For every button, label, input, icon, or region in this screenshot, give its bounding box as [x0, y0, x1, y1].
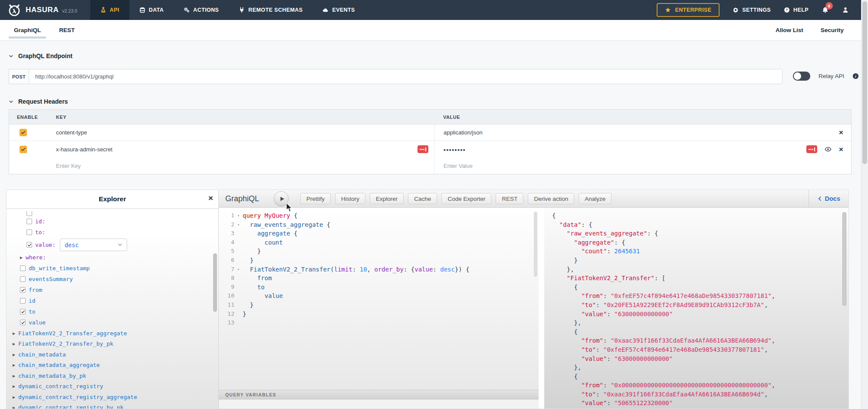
- explorer-item-value[interactable]: value:desc: [7, 238, 212, 252]
- cache-button[interactable]: Cache: [408, 193, 437, 204]
- nav-item-api[interactable]: API: [90, 0, 129, 20]
- fold-arrow-icon[interactable]: ▾: [234, 265, 243, 274]
- help-button[interactable]: ? HELP: [784, 7, 809, 13]
- checkbox-icon[interactable]: [26, 242, 32, 248]
- rest-button[interactable]: REST: [496, 193, 523, 204]
- fold-arrow-icon[interactable]: ▾: [234, 211, 243, 220]
- navbar-right: ENTERPRISE SETTINGS ? HELP 8: [657, 3, 861, 17]
- notifications-button[interactable]: 8: [822, 7, 829, 14]
- relay-api-toggle[interactable]: [793, 72, 810, 81]
- expand-arrow-icon[interactable]: ▶: [13, 395, 15, 399]
- explorer-item-id[interactable]: id: [7, 295, 212, 306]
- expand-arrow-icon[interactable]: ▶: [13, 341, 15, 346]
- header-value-masked[interactable]: ••••••••: [444, 147, 466, 154]
- header-value[interactable]: application/json: [444, 129, 483, 136]
- checkbox-icon[interactable]: [20, 287, 26, 293]
- page-scrollbar[interactable]: [861, 0, 868, 409]
- header-enabled-checkbox[interactable]: [20, 129, 27, 136]
- nav-item-data[interactable]: DATA: [129, 0, 174, 20]
- explorer-item-db_write_timestamp[interactable]: db_write_timestamp: [7, 263, 212, 274]
- tab-graphiql[interactable]: GraphiQL: [11, 20, 43, 40]
- nav-item-actions[interactable]: ACTIONS: [174, 0, 229, 20]
- remove-header-icon[interactable]: ×: [839, 146, 843, 153]
- explorer-item-FiatTokenV2_2_Transfer_by_pk[interactable]: ▶FiatTokenV2_2_Transfer_by_pk: [7, 339, 212, 350]
- header-key[interactable]: content-type: [56, 129, 87, 136]
- docs-toggle[interactable]: Docs: [809, 190, 848, 207]
- prettify-button[interactable]: Prettify: [300, 193, 331, 204]
- tab-security[interactable]: Security: [821, 27, 844, 33]
- code-exporter-button[interactable]: Code Exporter: [441, 193, 491, 204]
- checkbox-icon[interactable]: [20, 309, 26, 314]
- endpoint-url-input[interactable]: [29, 69, 783, 84]
- expand-arrow-icon[interactable]: ▶: [13, 352, 15, 357]
- fold-arrow-icon: [234, 310, 243, 319]
- nav-item-remote-schemas[interactable]: REMOTE SCHEMAS: [229, 0, 312, 20]
- graphql-endpoint-section-header[interactable]: GraphQL Endpoint: [9, 52, 72, 59]
- expand-arrow-icon[interactable]: ▶: [13, 373, 15, 378]
- explorer-item-dynamic_contract_registry_aggregate[interactable]: ▶dynamic_contract_registry_aggregate: [7, 392, 212, 402]
- explorer-item-where[interactable]: ▶where:: [7, 252, 212, 263]
- query-variables-editor[interactable]: [219, 399, 539, 409]
- explorer-item-value[interactable]: value: [7, 317, 212, 328]
- svg-text:?: ?: [786, 8, 788, 12]
- explorer-item-dynamic_contract_registry[interactable]: ▶dynamic_contract_registry: [7, 381, 212, 392]
- query-editor[interactable]: 1▾query MyQuery {2▾ raw_events_aggregate…: [219, 208, 539, 409]
- fold-arrow-icon[interactable]: ▾: [234, 220, 243, 229]
- explorer-item-eventsSummary[interactable]: eventsSummary: [7, 274, 212, 285]
- derive-action-button[interactable]: Derive action: [528, 193, 574, 204]
- editor-line: 11 }: [219, 301, 533, 310]
- explorer-item-from[interactable]: from: [7, 285, 212, 295]
- editor-scrollbar[interactable]: [534, 212, 537, 277]
- checkbox-icon[interactable]: [20, 320, 26, 325]
- hasura-logo-icon[interactable]: [7, 3, 22, 17]
- expand-arrow-icon[interactable]: ▶: [13, 331, 15, 336]
- nav-item-events[interactable]: EVENTS: [312, 0, 365, 20]
- header-enabled-checkbox[interactable]: [20, 146, 27, 153]
- enterprise-button[interactable]: ENTERPRISE: [657, 3, 720, 17]
- expand-arrow-icon[interactable]: ▶: [20, 255, 23, 260]
- explorer-item-id[interactable]: id:: [7, 216, 212, 227]
- history-button[interactable]: History: [335, 193, 365, 204]
- tab-allow-list[interactable]: Allow List: [776, 27, 803, 33]
- expand-arrow-icon[interactable]: ▶: [13, 405, 15, 409]
- explorer-item-dynamic_contract_registry_by_pk[interactable]: ▶dynamic_contract_registry_by_pk: [7, 402, 212, 409]
- checkbox-icon[interactable]: [26, 229, 32, 235]
- request-headers-section-header[interactable]: Request Headers: [9, 98, 68, 105]
- editor-line: 6 }: [219, 256, 533, 265]
- analyze-button[interactable]: Analyze: [579, 193, 612, 204]
- explorer-button[interactable]: Explorer: [370, 193, 404, 204]
- explorer-item-FiatTokenV2_2_Transfer_aggregate[interactable]: ▶FiatTokenV2_2_Transfer_aggregate: [7, 328, 212, 339]
- eye-icon[interactable]: [825, 146, 832, 153]
- explorer-item-to[interactable]: to: [7, 306, 212, 317]
- header-key[interactable]: x-hasura-admin-secret: [56, 146, 112, 153]
- editor-line: 13: [219, 318, 533, 327]
- close-icon[interactable]: ×: [208, 194, 213, 202]
- expand-arrow-icon[interactable]: ▶: [13, 384, 15, 389]
- execute-query-button[interactable]: [274, 191, 289, 206]
- checkbox-icon[interactable]: [26, 219, 32, 224]
- info-icon[interactable]: i: [852, 73, 859, 79]
- tab-rest[interactable]: REST: [56, 20, 77, 40]
- checkbox-icon: [26, 211, 32, 216]
- settings-button[interactable]: SETTINGS: [733, 7, 771, 13]
- response-scrollbar[interactable]: [842, 212, 846, 306]
- explorer-item-chain_metadata_by_pk[interactable]: ▶chain_metadata_by_pk: [7, 370, 212, 381]
- expand-arrow-icon[interactable]: ▶: [13, 363, 15, 367]
- page-scrollbar-thumb[interactable]: [862, 1, 867, 164]
- order-direction-select[interactable]: desc: [60, 239, 127, 251]
- explorer-scrollbar[interactable]: [213, 253, 217, 312]
- explorer-item-to[interactable]: to:: [7, 227, 212, 238]
- database-icon: [139, 7, 145, 13]
- explorer-item-clipped[interactable]: [7, 211, 212, 216]
- remove-header-icon[interactable]: ×: [839, 129, 843, 136]
- explorer-item-chain_metadata_aggregate[interactable]: ▶chain_metadata_aggregate: [7, 360, 212, 371]
- checkbox-icon[interactable]: [20, 276, 26, 282]
- user-menu-button[interactable]: [842, 7, 849, 13]
- docs-link[interactable]: Docs: [817, 195, 840, 202]
- explorer-item-chain_metadata[interactable]: ▶chain_metadata: [7, 349, 212, 360]
- new-header-value-input[interactable]: Enter Value: [434, 157, 851, 174]
- checkbox-icon[interactable]: [20, 265, 26, 271]
- new-header-key-input[interactable]: Enter Key: [47, 157, 434, 174]
- checkbox-icon[interactable]: [20, 298, 26, 304]
- query-variables-bar[interactable]: QUERY VARIABLES: [219, 390, 539, 399]
